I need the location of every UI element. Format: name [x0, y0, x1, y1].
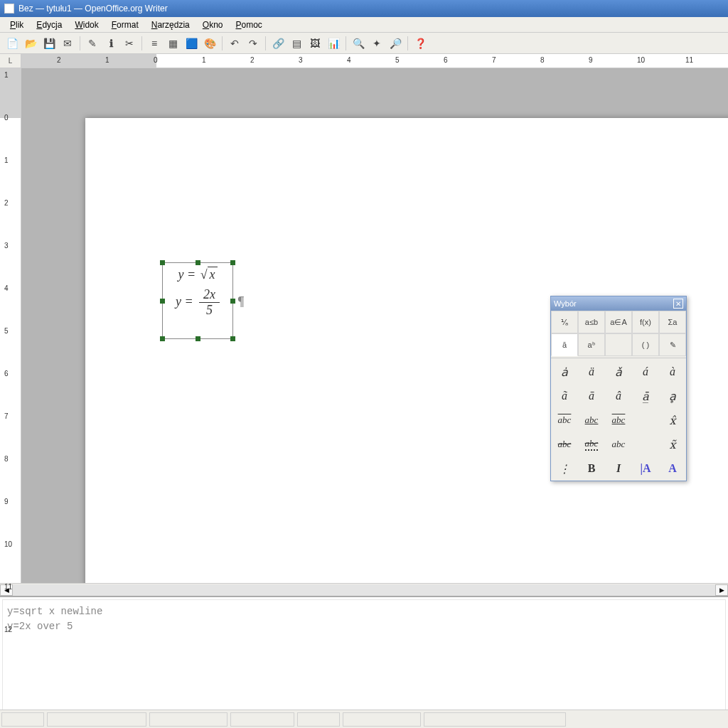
save-button[interactable]: 💾: [41, 36, 57, 51]
formula-input-pane[interactable]: y=sqrt x newline y=2x over 5: [0, 596, 728, 710]
palette-tab-4[interactable]: Σa: [659, 311, 686, 333]
window-titlebar: Bez — tytułu1 — OpenOffice.org Writer: [0, 0, 728, 17]
palette-cell[interactable]: ȧ: [551, 360, 578, 384]
image-button[interactable]: 🖼: [307, 36, 323, 51]
palette-tab-0[interactable]: ⅟ₐ: [551, 311, 578, 333]
equation-object[interactable]: y = x y = 2x 5: [162, 262, 233, 339]
palette-cell[interactable]: B: [578, 456, 605, 481]
equation-numerator: 2x: [199, 287, 220, 304]
resize-handle[interactable]: [160, 260, 165, 265]
palette-cell[interactable]: ⋮: [551, 456, 578, 481]
palette-cell[interactable]: á: [632, 360, 659, 384]
menu-pomoc[interactable]: Pomoc: [230, 18, 268, 31]
resize-handle[interactable]: [230, 260, 235, 265]
status-cell: [149, 712, 228, 727]
menu-widok[interactable]: Widok: [69, 18, 104, 31]
document-icon: [4, 4, 14, 14]
menu-bar: PlikEdycjaWidokFormatNarzędziaOknoPomoc: [0, 17, 728, 33]
palette-titlebar[interactable]: Wybór ✕: [551, 296, 686, 311]
palette-cell[interactable]: à: [659, 360, 686, 384]
palette-tab-3[interactable]: f(x): [632, 311, 659, 333]
palette-cell[interactable]: ã: [551, 384, 578, 408]
menu-format[interactable]: Format: [106, 18, 144, 31]
open-button[interactable]: 📂: [23, 36, 38, 51]
undo-button[interactable]: ↶: [227, 36, 242, 51]
menu-okno[interactable]: Okno: [197, 18, 229, 31]
menu-plik[interactable]: Plik: [4, 18, 29, 31]
resize-handle[interactable]: [160, 336, 165, 341]
resize-handle[interactable]: [230, 299, 235, 304]
resize-handle[interactable]: [196, 336, 200, 341]
document-workspace[interactable]: y = x y = 2x 5 ¶ Wybór ✕ ⅟ₐa≤ba∈Af(x)Σaā…: [21, 68, 728, 583]
align-left-button[interactable]: ≡: [146, 36, 162, 51]
grid-button[interactable]: ▦: [165, 36, 181, 51]
mail-button[interactable]: ✉: [60, 36, 75, 51]
formula-elements-palette[interactable]: Wybór ✕ ⅟ₐa≤ba∈Af(x)Σaāaᵇ( )✎ ȧäǎáàãāâā̲…: [550, 296, 687, 481]
resize-handle[interactable]: [230, 336, 235, 341]
palette-cell[interactable]: abc: [605, 432, 632, 456]
palette-cell[interactable]: â: [605, 384, 632, 408]
info-button[interactable]: ℹ: [103, 36, 119, 51]
palette-tab-7[interactable]: [605, 333, 632, 356]
new-doc-button[interactable]: 📄: [4, 36, 20, 51]
palette-tab-6[interactable]: aᵇ: [578, 333, 605, 356]
help-button[interactable]: ❓: [412, 36, 428, 51]
ruler-tick: 6: [444, 56, 448, 64]
equation-lhs-2: y =: [176, 294, 193, 309]
palette-cell[interactable]: abc: [551, 432, 578, 456]
palette-cell[interactable]: I: [605, 456, 632, 481]
palette-cell[interactable]: ǎ: [605, 360, 632, 384]
ruler-tick: 1: [105, 56, 109, 64]
palette-cell[interactable]: abc: [551, 408, 578, 432]
palette-cell[interactable]: x̃: [659, 432, 686, 456]
palette-cell[interactable]: abc: [605, 408, 632, 432]
ruler-tick: 6: [4, 370, 9, 378]
palette-cell[interactable]: abc: [578, 432, 605, 456]
palette-tab-8[interactable]: ( ): [632, 333, 659, 356]
palette-button[interactable]: 🎨: [202, 36, 218, 51]
menu-narzędzia[interactable]: Narzędzia: [146, 18, 196, 31]
palette-tab-1[interactable]: a≤b: [578, 311, 605, 333]
ruler-tick: 11: [4, 583, 12, 591]
color-button[interactable]: 🟦: [183, 36, 199, 51]
palette-cell[interactable]: x̂: [659, 408, 686, 432]
scroll-track[interactable]: [13, 584, 715, 596]
ruler-tick: 0: [154, 56, 158, 64]
scroll-right-button[interactable]: ▶: [715, 584, 728, 596]
palette-cell[interactable]: |A: [632, 456, 659, 481]
status-cell: [47, 712, 146, 727]
vertical-ruler[interactable]: 10123456789101112: [0, 68, 21, 583]
palette-cell[interactable]: ä: [578, 360, 605, 384]
horizontal-ruler[interactable]: 210123456789101112131415: [21, 54, 728, 68]
zoom-button[interactable]: 🔎: [387, 36, 403, 51]
menu-edycja[interactable]: Edycja: [31, 18, 68, 31]
link-button[interactable]: 🔗: [270, 36, 286, 51]
palette-cell[interactable]: ḁ: [659, 384, 686, 408]
ruler-tick: 10: [637, 56, 645, 64]
resize-handle[interactable]: [160, 299, 165, 304]
search-button[interactable]: 🔍: [350, 36, 366, 51]
ruler-tick: 9: [589, 56, 593, 64]
palette-cell[interactable]: abc: [578, 408, 605, 432]
ruler-tick: 8: [540, 56, 545, 64]
ruler-tick: 7: [4, 412, 9, 420]
chart-button[interactable]: 📊: [326, 36, 341, 51]
table-button[interactable]: ▤: [289, 36, 304, 51]
palette-tab-9[interactable]: ✎: [659, 333, 686, 356]
palette-cell: [632, 432, 659, 456]
palette-cell[interactable]: A: [659, 456, 686, 481]
palette-tab-5[interactable]: ā: [551, 333, 578, 356]
horizontal-scrollbar[interactable]: ◀ ▶: [0, 583, 728, 596]
ruler-tick: 1: [4, 156, 9, 164]
close-icon[interactable]: ✕: [673, 299, 683, 309]
palette-tab-2[interactable]: a∈A: [605, 311, 632, 333]
palette-cell[interactable]: ā̲: [632, 384, 659, 408]
cut-button[interactable]: ✂: [122, 36, 137, 51]
resize-handle[interactable]: [196, 260, 200, 265]
redo-button[interactable]: ↷: [245, 36, 261, 51]
ruler-tick: 2: [250, 56, 255, 64]
edit-button[interactable]: ✎: [85, 36, 100, 51]
nav-button[interactable]: ✦: [369, 36, 385, 51]
formula-input-text[interactable]: y=sqrt x newline y=2x over 5: [2, 599, 726, 710]
palette-cell[interactable]: ā: [578, 384, 605, 408]
